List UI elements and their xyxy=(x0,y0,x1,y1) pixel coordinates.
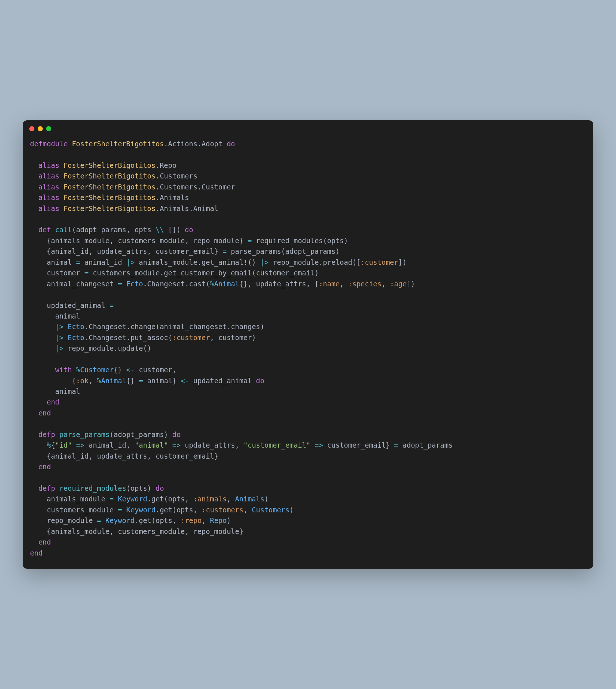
window-titlebar xyxy=(23,120,593,134)
code-token: customer xyxy=(30,269,84,277)
code-token xyxy=(30,366,55,374)
code-token xyxy=(30,172,38,180)
code-token: .get(opts, xyxy=(147,495,193,503)
code-token xyxy=(59,172,63,180)
code-token xyxy=(122,506,126,514)
code-token: { xyxy=(51,441,55,449)
code-token: repo_module xyxy=(30,516,97,524)
code-token: "animal" xyxy=(135,441,168,449)
minimize-dot-icon[interactable] xyxy=(38,126,43,131)
code-token xyxy=(59,204,63,212)
code-token: % xyxy=(76,366,80,374)
code-token: customers_module.get_customer_by_email(c… xyxy=(89,269,319,277)
code-token: % xyxy=(47,441,51,449)
code-token xyxy=(72,366,76,374)
code-token xyxy=(68,140,72,148)
code-token xyxy=(30,161,38,169)
code-content: defmodule FosterShelterBigotitos.Actions… xyxy=(23,134,593,569)
code-token: FosterShelterBigotitos xyxy=(64,172,156,180)
code-token xyxy=(55,484,59,492)
code-token: = xyxy=(84,269,89,277)
code-token: parse_params(adopt_params) xyxy=(227,247,340,255)
code-token: alias xyxy=(38,183,59,191)
code-token: .Actions.Adopt xyxy=(164,140,227,148)
code-token xyxy=(72,441,76,449)
code-token: animals_module xyxy=(30,495,109,503)
code-token: animal xyxy=(30,387,80,395)
code-token: alias xyxy=(38,161,59,169)
code-token: = xyxy=(76,258,80,266)
code-token: Animal xyxy=(101,377,127,385)
code-token xyxy=(311,441,315,449)
code-token: |> xyxy=(55,334,64,342)
code-token: end xyxy=(38,463,51,471)
code-token: Keyword xyxy=(105,516,135,524)
code-token: {animals_module, customers_module, repo_… xyxy=(30,527,243,535)
code-token xyxy=(59,193,63,202)
code-token: , xyxy=(89,377,97,385)
code-token: animal_id, xyxy=(84,441,135,449)
code-token: FosterShelterBigotitos xyxy=(64,204,156,212)
code-token: defp xyxy=(38,484,55,492)
code-token: adopt_params xyxy=(398,441,453,449)
code-token: Customer xyxy=(80,366,114,374)
code-token: {animal_id, update_attrs, customer_email… xyxy=(30,247,222,255)
code-token xyxy=(101,516,105,524)
code-token: {} xyxy=(114,366,126,374)
code-token: alias xyxy=(38,172,59,180)
code-token xyxy=(30,398,47,406)
code-token: :customers xyxy=(202,506,243,514)
code-token: = xyxy=(248,237,252,245)
code-token: = xyxy=(118,280,122,288)
code-token: = xyxy=(109,495,113,503)
code-token: updated_animal xyxy=(30,301,109,309)
code-token: , customer) xyxy=(210,334,256,342)
code-token: Customers xyxy=(252,506,289,514)
code-token: end xyxy=(38,409,51,417)
code-token xyxy=(30,430,38,438)
code-token: = xyxy=(109,301,113,309)
code-window: defmodule FosterShelterBigotitos.Actions… xyxy=(23,120,593,569)
code-token: repo_module.update() xyxy=(64,344,151,352)
code-token xyxy=(59,161,63,169)
code-token: = xyxy=(394,441,398,449)
code-token xyxy=(30,409,38,417)
code-token: {} xyxy=(126,377,139,385)
code-token: = xyxy=(222,247,226,255)
code-token: ) xyxy=(289,506,293,514)
code-token xyxy=(55,430,59,438)
code-token: :name xyxy=(319,280,339,288)
code-token: required_modules(opts) xyxy=(252,237,348,245)
code-token: do xyxy=(155,484,164,492)
code-token: (adopt_params, opts xyxy=(72,226,155,234)
code-token: .Changeset.change(animal_changeset.chang… xyxy=(84,323,264,331)
code-token: .Customers xyxy=(155,172,197,180)
zoom-dot-icon[interactable] xyxy=(46,126,51,131)
code-token: Keyword xyxy=(126,506,155,514)
code-token: => xyxy=(76,441,84,449)
code-token: FosterShelterBigotitos xyxy=(64,193,156,202)
code-token: do xyxy=(185,226,193,234)
code-token: update_attrs, xyxy=(181,441,244,449)
code-token xyxy=(51,226,55,234)
code-token: = xyxy=(97,516,101,524)
close-dot-icon[interactable] xyxy=(29,126,34,131)
code-token xyxy=(30,441,47,449)
code-token xyxy=(30,323,55,331)
code-token: do xyxy=(172,430,181,438)
code-token: updated_animal xyxy=(189,377,256,385)
code-token: "id" xyxy=(55,441,72,449)
code-token: % xyxy=(210,280,214,288)
code-token: parse_params xyxy=(59,430,109,438)
code-token xyxy=(30,204,38,212)
code-token xyxy=(64,323,68,331)
code-token: end xyxy=(47,398,59,406)
code-token: repo_module.preload([ xyxy=(268,258,361,266)
code-token: (adopt_params) xyxy=(109,430,172,438)
code-token xyxy=(122,280,126,288)
code-token: , xyxy=(202,516,210,524)
code-token: animals_module.get_animal!() xyxy=(135,258,260,266)
code-token: = xyxy=(118,506,122,514)
code-token xyxy=(30,484,38,492)
code-token: <- xyxy=(181,377,189,385)
